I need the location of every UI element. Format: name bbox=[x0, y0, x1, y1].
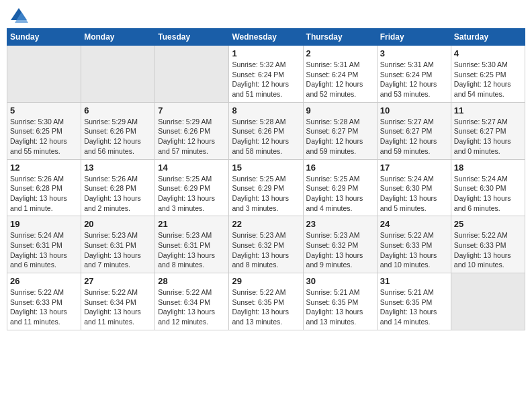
day-info: Sunrise: 5:22 AM Sunset: 6:33 PM Dayligh… bbox=[10, 287, 78, 327]
calendar-cell: 25Sunrise: 5:22 AM Sunset: 6:33 PM Dayli… bbox=[451, 216, 525, 273]
weekday-header-sunday: Sunday bbox=[7, 29, 81, 46]
day-number: 30 bbox=[306, 276, 374, 286]
calendar-cell: 1Sunrise: 5:32 AM Sunset: 6:24 PM Daylig… bbox=[229, 46, 303, 103]
weekday-header-row: SundayMondayTuesdayWednesdayThursdayFrid… bbox=[7, 29, 525, 46]
day-info: Sunrise: 5:29 AM Sunset: 6:26 PM Dayligh… bbox=[84, 117, 152, 156]
day-info: Sunrise: 5:23 AM Sunset: 6:32 PM Dayligh… bbox=[306, 230, 374, 270]
calendar-cell: 29Sunrise: 5:22 AM Sunset: 6:35 PM Dayli… bbox=[229, 273, 303, 330]
day-number: 29 bbox=[232, 276, 300, 286]
calendar-week-5: 26Sunrise: 5:22 AM Sunset: 6:33 PM Dayli… bbox=[7, 273, 525, 330]
day-info: Sunrise: 5:25 AM Sunset: 6:29 PM Dayligh… bbox=[158, 174, 226, 214]
calendar-week-2: 5Sunrise: 5:30 AM Sunset: 6:25 PM Daylig… bbox=[7, 102, 525, 159]
day-number: 11 bbox=[454, 105, 522, 116]
calendar-cell: 23Sunrise: 5:23 AM Sunset: 6:32 PM Dayli… bbox=[303, 216, 377, 273]
day-info: Sunrise: 5:29 AM Sunset: 6:26 PM Dayligh… bbox=[158, 117, 226, 156]
calendar-cell: 26Sunrise: 5:22 AM Sunset: 6:33 PM Dayli… bbox=[7, 273, 81, 330]
day-number: 22 bbox=[232, 219, 300, 229]
day-info: Sunrise: 5:22 AM Sunset: 6:33 PM Dayligh… bbox=[454, 230, 522, 270]
day-info: Sunrise: 5:23 AM Sunset: 6:32 PM Dayligh… bbox=[232, 230, 300, 270]
day-number: 6 bbox=[84, 105, 152, 116]
day-number: 2 bbox=[306, 48, 374, 58]
day-info: Sunrise: 5:27 AM Sunset: 6:27 PM Dayligh… bbox=[380, 117, 448, 156]
calendar-cell bbox=[155, 46, 229, 103]
calendar-cell: 6Sunrise: 5:29 AM Sunset: 6:26 PM Daylig… bbox=[81, 102, 155, 159]
day-info: Sunrise: 5:27 AM Sunset: 6:27 PM Dayligh… bbox=[454, 117, 522, 156]
calendar-cell: 17Sunrise: 5:24 AM Sunset: 6:30 PM Dayli… bbox=[377, 159, 451, 216]
calendar-cell: 2Sunrise: 5:31 AM Sunset: 6:24 PM Daylig… bbox=[303, 46, 377, 103]
day-number: 18 bbox=[454, 163, 522, 173]
day-number: 1 bbox=[232, 48, 300, 58]
calendar-cell: 15Sunrise: 5:25 AM Sunset: 6:29 PM Dayli… bbox=[229, 159, 303, 216]
day-info: Sunrise: 5:21 AM Sunset: 6:35 PM Dayligh… bbox=[380, 287, 448, 327]
calendar-cell: 22Sunrise: 5:23 AM Sunset: 6:32 PM Dayli… bbox=[229, 216, 303, 273]
calendar-cell: 8Sunrise: 5:28 AM Sunset: 6:26 PM Daylig… bbox=[229, 102, 303, 159]
calendar-cell: 11Sunrise: 5:27 AM Sunset: 6:27 PM Dayli… bbox=[451, 102, 525, 159]
day-info: Sunrise: 5:22 AM Sunset: 6:33 PM Dayligh… bbox=[380, 230, 448, 270]
logo bbox=[9, 7, 31, 23]
day-number: 5 bbox=[10, 105, 78, 116]
weekday-header-monday: Monday bbox=[81, 29, 155, 46]
day-number: 31 bbox=[380, 276, 448, 286]
day-number: 14 bbox=[158, 163, 226, 173]
calendar-cell: 3Sunrise: 5:31 AM Sunset: 6:24 PM Daylig… bbox=[377, 46, 451, 103]
day-number: 9 bbox=[306, 105, 374, 116]
calendar-table: SundayMondayTuesdayWednesdayThursdayFrid… bbox=[7, 28, 525, 330]
day-number: 12 bbox=[10, 163, 78, 173]
day-number: 19 bbox=[10, 219, 78, 229]
calendar-cell: 20Sunrise: 5:23 AM Sunset: 6:31 PM Dayli… bbox=[81, 216, 155, 273]
calendar-cell: 27Sunrise: 5:22 AM Sunset: 6:34 PM Dayli… bbox=[81, 273, 155, 330]
day-number: 21 bbox=[158, 219, 226, 229]
calendar-cell: 21Sunrise: 5:23 AM Sunset: 6:31 PM Dayli… bbox=[155, 216, 229, 273]
day-info: Sunrise: 5:31 AM Sunset: 6:24 PM Dayligh… bbox=[306, 60, 374, 99]
day-info: Sunrise: 5:24 AM Sunset: 6:31 PM Dayligh… bbox=[10, 230, 78, 270]
day-info: Sunrise: 5:22 AM Sunset: 6:34 PM Dayligh… bbox=[158, 287, 226, 327]
day-info: Sunrise: 5:26 AM Sunset: 6:28 PM Dayligh… bbox=[10, 174, 78, 214]
day-number: 24 bbox=[380, 219, 448, 229]
logo-icon bbox=[9, 7, 28, 23]
day-number: 3 bbox=[380, 48, 448, 58]
day-info: Sunrise: 5:21 AM Sunset: 6:35 PM Dayligh… bbox=[306, 287, 374, 327]
calendar-cell: 9Sunrise: 5:28 AM Sunset: 6:27 PM Daylig… bbox=[303, 102, 377, 159]
calendar-cell bbox=[451, 273, 525, 330]
calendar-cell: 30Sunrise: 5:21 AM Sunset: 6:35 PM Dayli… bbox=[303, 273, 377, 330]
day-number: 15 bbox=[232, 163, 300, 173]
day-info: Sunrise: 5:26 AM Sunset: 6:28 PM Dayligh… bbox=[84, 174, 152, 214]
calendar-cell: 19Sunrise: 5:24 AM Sunset: 6:31 PM Dayli… bbox=[7, 216, 81, 273]
day-number: 28 bbox=[158, 276, 226, 286]
day-number: 10 bbox=[380, 105, 448, 116]
day-info: Sunrise: 5:22 AM Sunset: 6:35 PM Dayligh… bbox=[232, 287, 300, 327]
calendar-cell: 18Sunrise: 5:24 AM Sunset: 6:30 PM Dayli… bbox=[451, 159, 525, 216]
day-number: 4 bbox=[454, 48, 522, 58]
calendar-cell: 5Sunrise: 5:30 AM Sunset: 6:25 PM Daylig… bbox=[7, 102, 81, 159]
day-number: 7 bbox=[158, 105, 226, 116]
day-info: Sunrise: 5:30 AM Sunset: 6:25 PM Dayligh… bbox=[10, 117, 78, 156]
calendar-cell: 10Sunrise: 5:27 AM Sunset: 6:27 PM Dayli… bbox=[377, 102, 451, 159]
day-number: 25 bbox=[454, 219, 522, 229]
day-number: 17 bbox=[380, 163, 448, 173]
calendar-cell: 7Sunrise: 5:29 AM Sunset: 6:26 PM Daylig… bbox=[155, 102, 229, 159]
calendar-cell bbox=[7, 46, 81, 103]
calendar-cell: 31Sunrise: 5:21 AM Sunset: 6:35 PM Dayli… bbox=[377, 273, 451, 330]
calendar-cell: 28Sunrise: 5:22 AM Sunset: 6:34 PM Dayli… bbox=[155, 273, 229, 330]
calendar-cell: 12Sunrise: 5:26 AM Sunset: 6:28 PM Dayli… bbox=[7, 159, 81, 216]
calendar-week-4: 19Sunrise: 5:24 AM Sunset: 6:31 PM Dayli… bbox=[7, 216, 525, 273]
calendar-week-3: 12Sunrise: 5:26 AM Sunset: 6:28 PM Dayli… bbox=[7, 159, 525, 216]
calendar-cell: 4Sunrise: 5:30 AM Sunset: 6:25 PM Daylig… bbox=[451, 46, 525, 103]
weekday-header-tuesday: Tuesday bbox=[155, 29, 229, 46]
calendar-cell: 13Sunrise: 5:26 AM Sunset: 6:28 PM Dayli… bbox=[81, 159, 155, 216]
calendar-cell: 14Sunrise: 5:25 AM Sunset: 6:29 PM Dayli… bbox=[155, 159, 229, 216]
day-info: Sunrise: 5:25 AM Sunset: 6:29 PM Dayligh… bbox=[232, 174, 300, 214]
day-info: Sunrise: 5:31 AM Sunset: 6:24 PM Dayligh… bbox=[380, 60, 448, 99]
day-number: 13 bbox=[84, 163, 152, 173]
weekday-header-friday: Friday bbox=[377, 29, 451, 46]
day-info: Sunrise: 5:23 AM Sunset: 6:31 PM Dayligh… bbox=[84, 230, 152, 270]
calendar-cell: 24Sunrise: 5:22 AM Sunset: 6:33 PM Dayli… bbox=[377, 216, 451, 273]
day-info: Sunrise: 5:25 AM Sunset: 6:29 PM Dayligh… bbox=[306, 174, 374, 214]
calendar-week-1: 1Sunrise: 5:32 AM Sunset: 6:24 PM Daylig… bbox=[7, 46, 525, 103]
day-number: 27 bbox=[84, 276, 152, 286]
day-info: Sunrise: 5:32 AM Sunset: 6:24 PM Dayligh… bbox=[232, 60, 300, 99]
day-info: Sunrise: 5:22 AM Sunset: 6:34 PM Dayligh… bbox=[84, 287, 152, 327]
day-info: Sunrise: 5:30 AM Sunset: 6:25 PM Dayligh… bbox=[454, 60, 522, 99]
calendar-cell: 16Sunrise: 5:25 AM Sunset: 6:29 PM Dayli… bbox=[303, 159, 377, 216]
day-info: Sunrise: 5:23 AM Sunset: 6:31 PM Dayligh… bbox=[158, 230, 226, 270]
